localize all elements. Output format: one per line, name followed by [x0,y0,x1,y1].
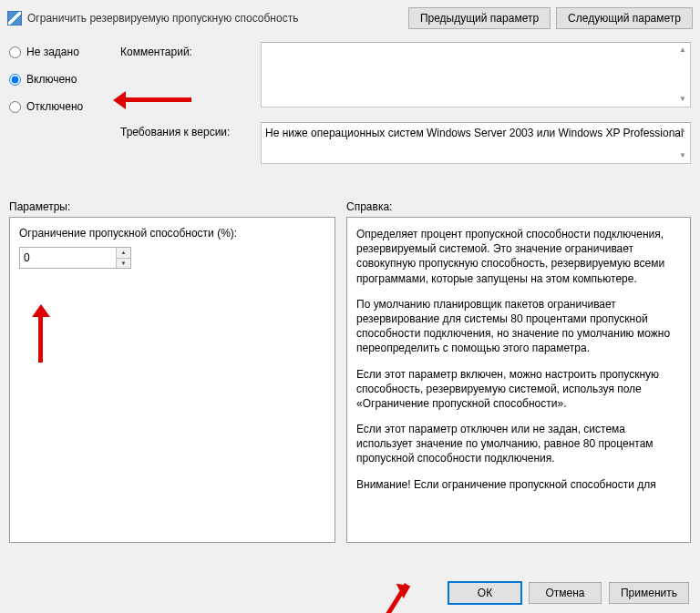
help-paragraph: По умолчанию планировщик пакетов огранич… [356,297,681,356]
radio-enabled[interactable]: Включено [9,73,109,86]
comment-field[interactable]: ▲ ▼ [261,42,691,107]
cancel-button[interactable]: Отмена [529,582,602,604]
bandwidth-limit-input[interactable] [20,248,116,268]
radio-not-configured-label: Не задано [26,46,79,58]
radio-disabled[interactable]: Отключено [9,100,109,113]
requirements-value: Не ниже операционных систем Windows Serv… [265,127,684,139]
help-paragraph: Если этот параметр включен, можно настро… [356,367,681,412]
help-panel: Определяет процент пропускной способност… [346,217,691,543]
radio-enabled-input[interactable] [9,74,21,86]
scroll-down-hint-icon: ▼ [679,96,686,103]
radio-disabled-label: Отключено [26,100,83,113]
options-panel: Ограничение пропускной способности (%): … [9,217,335,543]
help-paragraph: Если этот параметр отключен или не задан… [356,422,681,466]
next-setting-button[interactable]: Следующий параметр [556,7,693,29]
help-paragraph: Внимание! Если ограничение пропускной сп… [356,477,681,492]
comment-label: Комментарий: [120,42,255,58]
spinner-down-button[interactable]: ▼ [117,259,130,269]
help-label: Справка: [346,200,691,213]
radio-not-configured-input[interactable] [9,46,21,58]
ok-button[interactable]: ОК [448,582,521,604]
apply-button[interactable]: Применить [609,582,689,604]
scroll-up-hint-icon: ▲ [679,46,686,54]
scroll-up-hint-icon: ▲ [679,127,686,134]
spinner-up-button[interactable]: ▲ [117,248,130,259]
scroll-down-hint-icon: ▼ [679,152,686,159]
policy-icon [7,11,22,26]
radio-enabled-label: Включено [26,73,77,86]
requirements-field: Не ниже операционных систем Windows Serv… [261,122,691,164]
radio-not-configured[interactable]: Не задано [9,46,109,58]
options-label: Параметры: [9,200,335,213]
bandwidth-limit-label: Ограничение пропускной способности (%): [19,227,325,240]
prev-setting-button[interactable]: Предыдущий параметр [408,7,551,29]
requirements-label: Требования к версии: [120,122,255,138]
help-paragraph: Определяет процент пропускной способност… [356,227,681,286]
window-title: Ограничить резервируемую пропускную спос… [27,12,298,25]
radio-disabled-input[interactable] [9,101,21,113]
bandwidth-limit-spinner[interactable]: ▲ ▼ [19,247,131,269]
